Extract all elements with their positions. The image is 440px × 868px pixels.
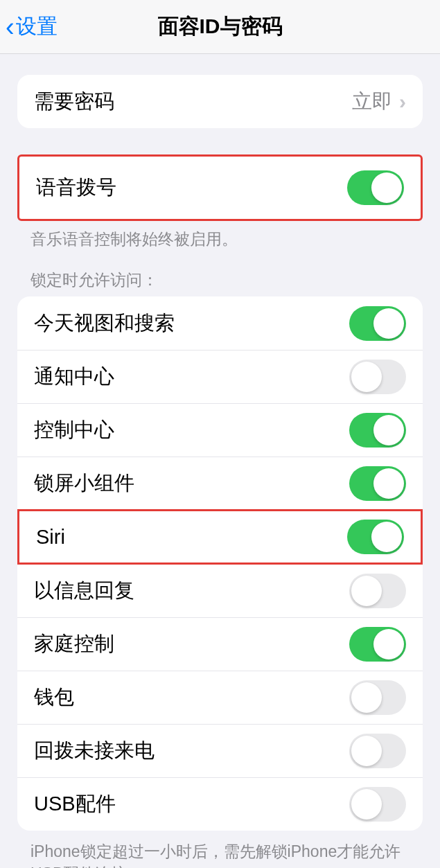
row-locked-item: USB配件 (17, 777, 423, 831)
back-label: 设置 (16, 12, 58, 41)
row-require-passcode[interactable]: 需要密码 立即 › (17, 75, 423, 128)
row-label: 以信息回复 (34, 577, 134, 605)
row-label: 家庭控制 (34, 630, 114, 658)
locked-access-header: 锁定时允许访问： (30, 269, 410, 291)
toggle-locked-item[interactable] (349, 306, 406, 341)
row-voice-dial: 语音拨号 (19, 157, 421, 219)
row-locked-item: 家庭控制 (17, 617, 423, 671)
row-label: 语音拨号 (36, 174, 116, 202)
row-locked-item: 今天视图和搜索 (17, 296, 423, 350)
chevron-left-icon: ‹ (6, 14, 15, 40)
row-locked-item: 锁屏小组件 (17, 457, 423, 510)
nav-bar: ‹ 设置 面容ID与密码 (0, 0, 440, 54)
toggle-locked-item[interactable] (349, 787, 406, 822)
chevron-right-icon: › (399, 90, 406, 114)
row-label: 回拨未接来电 (34, 737, 155, 765)
row-locked-item: 以信息回复 (17, 564, 423, 617)
group-locked-access: 今天视图和搜索通知中心控制中心锁屏小组件Siri以信息回复家庭控制钱包回拨未接来… (17, 296, 423, 831)
row-locked-item: Siri (17, 509, 423, 565)
row-label: USB配件 (34, 790, 116, 818)
toggle-locked-item[interactable] (349, 466, 406, 501)
toggle-locked-item[interactable] (347, 520, 404, 554)
toggle-locked-item[interactable] (349, 680, 406, 715)
toggle-locked-item[interactable] (349, 360, 406, 394)
row-label: 需要密码 (34, 88, 114, 116)
back-button[interactable]: ‹ 设置 (6, 12, 58, 41)
toggle-locked-item[interactable] (349, 627, 406, 662)
toggle-locked-item[interactable] (349, 413, 406, 448)
row-locked-item: 钱包 (17, 671, 423, 724)
toggle-locked-item[interactable] (349, 734, 406, 768)
row-value: 立即 (352, 88, 392, 116)
toggle-locked-item[interactable] (349, 574, 406, 608)
voice-dial-footer: 音乐语音控制将始终被启用。 (30, 228, 410, 250)
row-label: 通知中心 (34, 363, 114, 391)
page-title: 面容ID与密码 (0, 12, 440, 41)
toggle-voice-dial[interactable] (347, 170, 404, 205)
row-label: 今天视图和搜索 (34, 310, 175, 337)
group-voice-dial: 语音拨号 (17, 154, 423, 221)
row-locked-item: 回拨未接来电 (17, 724, 423, 777)
row-locked-item: 控制中心 (17, 403, 423, 457)
group-passcode: 需要密码 立即 › (17, 75, 423, 128)
row-locked-item: 通知中心 (17, 350, 423, 403)
row-label: 控制中心 (34, 416, 114, 444)
row-label: Siri (36, 526, 65, 549)
row-label: 锁屏小组件 (34, 470, 134, 497)
row-label: 钱包 (34, 684, 74, 711)
locked-access-footer: iPhone锁定超过一小时后，需先解锁iPhone才能允许USB配件连接。 (30, 840, 410, 868)
